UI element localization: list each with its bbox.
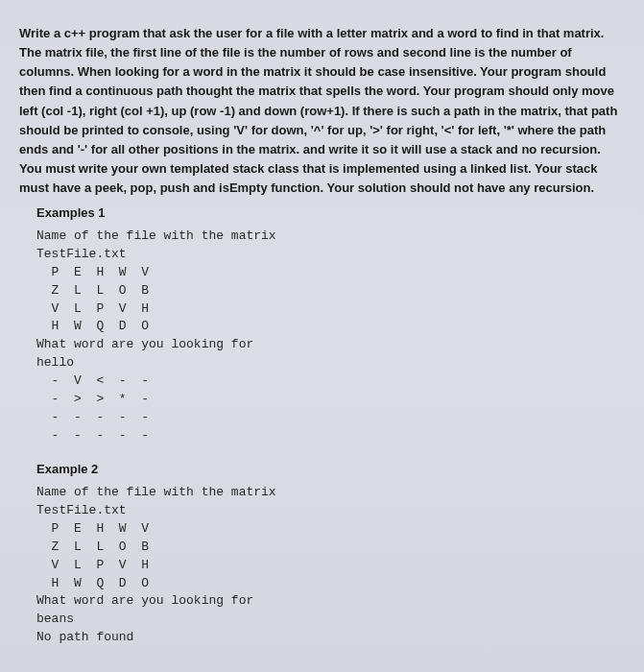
- matrix-2-row-2: V L P V H: [36, 558, 149, 572]
- example-1-block: Name of the file with the matrix TestFil…: [36, 228, 625, 444]
- example-1-label: Examples 1: [36, 205, 625, 220]
- output-1-row-2: - - - - -: [36, 410, 149, 424]
- matrix-2-row-0: P E H W V: [36, 521, 149, 536]
- example-2-label: Example 2: [36, 462, 625, 476]
- output-2-row-0: No path found: [36, 630, 133, 644]
- matrix-1-row-2: V L P V H: [36, 301, 149, 316]
- matrix-2-row-1: Z L L O B: [36, 540, 149, 554]
- filename-1: TestFile.txt: [36, 247, 127, 261]
- example-2-block: Name of the file with the matrix TestFil…: [36, 484, 625, 647]
- output-1-row-0: - V < - -: [36, 373, 149, 388]
- matrix-2-row-3: H W Q D O: [36, 576, 149, 590]
- matrix-1-row-3: H W Q D O: [36, 319, 149, 333]
- prompt-file-1: Name of the file with the matrix: [36, 228, 276, 243]
- matrix-1-row-0: P E H W V: [36, 265, 149, 279]
- word-1: hello: [36, 355, 74, 370]
- matrix-1-row-1: Z L L O B: [36, 283, 149, 298]
- prompt-word-1: What word are you looking for: [36, 337, 253, 351]
- prompt-file-2: Name of the file with the matrix: [36, 485, 276, 499]
- filename-2: TestFile.txt: [36, 503, 127, 517]
- output-1-row-1: - > > * -: [36, 392, 149, 406]
- instructions-text: Write a c++ program that ask the user fo…: [19, 24, 625, 198]
- word-2: beans: [36, 612, 74, 626]
- prompt-word-2: What word are you looking for: [36, 593, 253, 608]
- output-1-row-3: - - - - -: [36, 428, 149, 443]
